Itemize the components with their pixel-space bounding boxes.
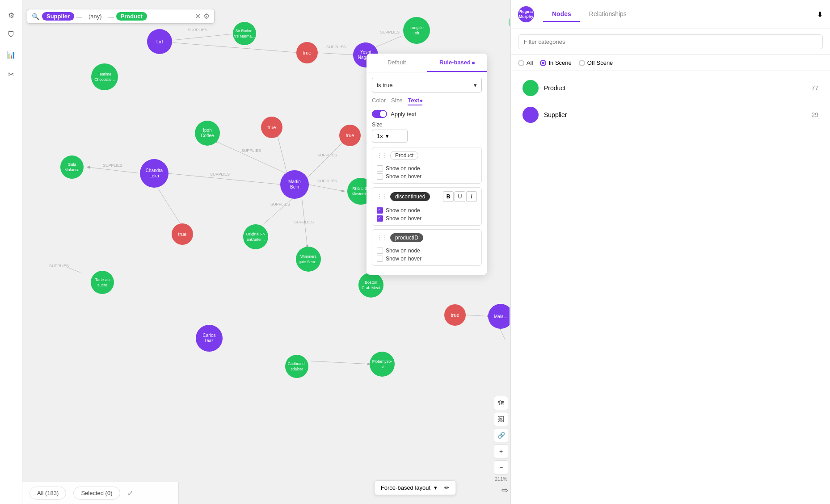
all-count[interactable]: All (183) <box>29 487 66 500</box>
svg-line-23 <box>154 182 182 227</box>
right-panel-tabs: Nodes Relationships <box>543 7 808 22</box>
color-tab[interactable]: Color <box>372 97 386 105</box>
search-pill: Supplier — (any) — Product <box>42 12 147 21</box>
selected-count: Selected (0) <box>73 487 120 500</box>
node-flotemyso[interactable] <box>370 352 395 377</box>
node-original[interactable] <box>243 224 268 249</box>
svg-text:Leka: Leka <box>149 173 159 178</box>
node-teatime[interactable] <box>91 63 118 90</box>
drag-handle-3[interactable]: ⋮⋮ <box>377 235 388 241</box>
svg-text:true: true <box>268 125 276 130</box>
text-tab[interactable]: Text <box>408 97 422 105</box>
cst-tabs: Color Size Text <box>372 97 482 105</box>
show-on-hover-check-1[interactable] <box>377 173 383 180</box>
svg-text:Lid: Lid <box>156 39 163 44</box>
default-tab[interactable]: Default <box>367 54 427 72</box>
node-longlife[interactable] <box>403 17 430 44</box>
svg-text:SUPPLIES: SUPPLIES <box>326 45 346 49</box>
arrow-separator2: — <box>108 13 114 20</box>
tab-nodes[interactable]: Nodes <box>543 7 580 22</box>
show-on-hover-row-3: Show on hover <box>377 256 477 262</box>
show-on-hover-check-2[interactable] <box>377 215 383 222</box>
show-on-node-check-1[interactable] <box>377 165 383 172</box>
product-pill[interactable]: Product <box>116 12 147 21</box>
show-on-node-row-1: Show on node <box>377 165 477 172</box>
filter-icon[interactable]: ⛉ <box>5 29 17 41</box>
edit-icon[interactable]: ✏ <box>444 484 449 491</box>
size-label: Size <box>372 122 482 128</box>
zoom-in-icon[interactable]: + <box>494 444 508 458</box>
prop-tag-product: Product <box>390 151 418 160</box>
node-item-label: Product <box>544 84 806 92</box>
chart-icon[interactable]: 📊 <box>5 48 17 61</box>
drag-handle-2[interactable]: ⋮⋮ <box>377 193 388 200</box>
radio-off-scene[interactable]: Off Scene <box>579 59 613 66</box>
bold-button[interactable]: B <box>443 191 454 202</box>
italic-button[interactable]: I <box>466 191 477 202</box>
close-icon[interactable]: ✕ <box>195 12 201 21</box>
node-tarte[interactable] <box>91 271 114 294</box>
svg-line-14 <box>277 134 288 179</box>
prop-tag-discontinued: discontinued <box>390 192 430 201</box>
radio-in-scene-dot <box>540 60 546 66</box>
rule-based-tab[interactable]: Rule-based <box>427 54 487 72</box>
svg-text:Flotemyso-: Flotemyso- <box>372 359 392 364</box>
download-icon[interactable]: ⬇ <box>817 10 823 19</box>
map-icon[interactable]: 🗺 <box>494 396 508 410</box>
drag-handle-1[interactable]: ⋮⋮ <box>377 152 388 159</box>
apply-text-toggle[interactable] <box>372 110 387 118</box>
show-on-hover-check-3[interactable] <box>377 256 383 262</box>
tab-relationships[interactable]: Relationships <box>580 7 636 22</box>
node-gudbrand[interactable] <box>285 355 308 378</box>
radio-all[interactable]: All <box>518 59 533 66</box>
svg-text:ankfurter...: ankfurter... <box>247 237 265 242</box>
navigate-icon[interactable]: ⇨ <box>501 485 508 495</box>
svg-line-31 <box>311 361 370 364</box>
link-icon[interactable]: 🔗 <box>494 428 508 442</box>
svg-line-10 <box>308 185 344 191</box>
node-sir-rodney[interactable] <box>233 22 256 45</box>
rule-panel: Default Rule-based is true ▾ Color Size … <box>367 54 487 275</box>
svg-text:SUPPLIES: SUPPLIES <box>380 30 400 34</box>
size-tab[interactable]: Size <box>391 97 402 105</box>
avatar[interactable]: ReginaMurphy <box>518 6 534 22</box>
scissors-icon[interactable]: ✂ <box>5 68 17 80</box>
apply-text-label: Apply text <box>391 111 416 118</box>
zoom-out-icon[interactable]: − <box>494 460 508 475</box>
search-settings-icon[interactable]: ⚙ <box>203 12 210 21</box>
right-panel: ReginaMurphy Nodes Relationships ⬇ All I… <box>510 0 830 504</box>
show-on-node-check-2[interactable] <box>377 207 383 214</box>
node-partial-topright[interactable] <box>509 13 510 32</box>
filter-input[interactable] <box>518 34 823 49</box>
svg-text:Crab Meat: Crab Meat <box>362 286 381 290</box>
svg-text:Sir Rodne-: Sir Rodne- <box>236 29 254 33</box>
svg-text:SUPPLIES: SUPPLIES <box>241 148 261 153</box>
svg-text:Tarte au: Tarte au <box>95 277 110 282</box>
node-gula[interactable] <box>60 155 84 179</box>
show-on-node-label-1: Show on node <box>386 165 420 172</box>
svg-text:Longlife: Longlife <box>409 25 424 30</box>
size-dropdown[interactable]: 1x ▾ <box>372 130 408 143</box>
underline-button[interactable]: U <box>455 191 465 202</box>
svg-text:y's Marma...: y's Marma... <box>234 34 255 38</box>
any-pill[interactable]: (any) <box>84 12 106 21</box>
condition-dropdown[interactable]: is true ▾ <box>372 78 482 92</box>
list-item[interactable]: Supplier 29 <box>518 103 823 126</box>
image-icon[interactable]: 🖼 <box>494 412 508 426</box>
settings-icon[interactable]: ⚙ <box>5 9 17 21</box>
prop-card-discontinued-body: Show on node Show on hover <box>372 206 481 225</box>
svg-text:SUPPLIES: SUPPLIES <box>317 153 337 157</box>
radio-in-scene[interactable]: In Scene <box>540 59 571 66</box>
expand-icon[interactable]: ⤢ <box>127 489 133 497</box>
radio-all-dot <box>518 60 524 66</box>
list-item[interactable]: Product 77 <box>518 76 823 100</box>
svg-line-12 <box>215 141 288 174</box>
supplier-pill[interactable]: Supplier <box>42 12 74 21</box>
node-boston[interactable] <box>358 273 383 298</box>
node-wimmers[interactable] <box>296 247 321 272</box>
svg-text:SUPPLIES: SUPPLIES <box>294 220 314 224</box>
prop-card-product: ⋮⋮ Product Show on node Show on hover <box>372 147 482 184</box>
show-on-node-check-3[interactable] <box>377 248 383 254</box>
layout-selector[interactable]: Force-based layout ▾ ✏ <box>374 480 456 495</box>
svg-text:Gula: Gula <box>67 162 76 167</box>
